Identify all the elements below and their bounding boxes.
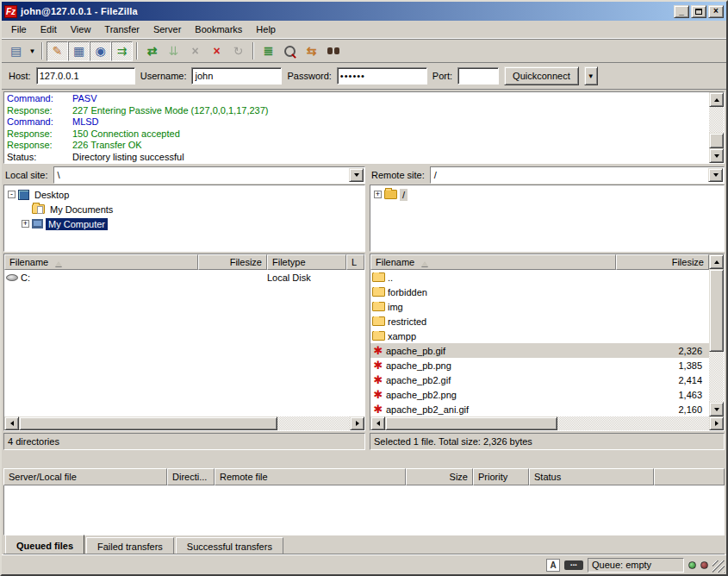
file-search-icon[interactable] <box>279 41 301 61</box>
queue-tab[interactable]: Queued files <box>5 535 84 554</box>
scroll-up-icon[interactable] <box>709 92 724 107</box>
remote-site-combo[interactable]: / <box>430 166 725 184</box>
file-row[interactable]: xampp <box>370 329 709 343</box>
column-header-status[interactable]: Status <box>529 468 654 485</box>
queue-header: Server/Local file Directi... Remote file… <box>3 468 725 485</box>
tree-item-my-computer[interactable]: + My Computer <box>19 216 364 231</box>
disconnect-icon[interactable] <box>206 41 227 61</box>
column-label: Filesize <box>230 257 262 267</box>
file-row[interactable]: apache_pb.gif 2,326 <box>370 343 709 358</box>
remote-list-header: Filename Filesize <box>370 254 709 270</box>
site-manager-icon[interactable] <box>5 41 27 61</box>
menu-item[interactable]: View <box>65 22 97 36</box>
toolbar-separator <box>136 42 138 59</box>
scroll-up-icon[interactable] <box>709 254 724 269</box>
scroll-right-icon[interactable] <box>350 416 364 430</box>
tree-item-label: Desktop <box>32 189 72 201</box>
expand-icon[interactable]: + <box>22 220 29 228</box>
file-row[interactable]: img <box>370 299 709 314</box>
filter-icon[interactable] <box>322 41 344 61</box>
toggle-message-log-icon[interactable] <box>47 41 68 61</box>
file-row[interactable]: apache_pb2_ani.gif 2,160 <box>370 402 709 416</box>
menu-item[interactable]: Bookmarks <box>189 22 248 36</box>
local-hscrollbar[interactable] <box>4 416 364 430</box>
cancel-icon[interactable] <box>184 41 206 61</box>
collapse-icon[interactable]: - <box>8 191 16 198</box>
menu-item[interactable]: File <box>5 22 33 36</box>
scrollbar-thumb[interactable] <box>709 269 724 352</box>
scroll-down-icon[interactable] <box>709 402 724 416</box>
queue-tab[interactable]: Successful transfers <box>176 537 283 554</box>
scrollbar-thumb[interactable] <box>385 416 557 430</box>
expand-icon[interactable]: + <box>374 191 382 198</box>
file-row[interactable]: apache_pb2.png 1,463 <box>370 387 709 402</box>
column-header-size[interactable]: Size <box>406 468 473 485</box>
column-header-filetype[interactable]: Filetype <box>267 254 346 270</box>
tree-item-desktop[interactable]: - Desktop <box>5 187 364 202</box>
remote-hscrollbar[interactable] <box>370 416 724 430</box>
tree-item-my-documents[interactable]: My Documents <box>19 202 364 216</box>
site-manager-dropdown-icon[interactable]: ▼ <box>27 41 38 61</box>
host-input[interactable] <box>36 67 135 85</box>
column-header-direction[interactable]: Directi... <box>167 468 215 485</box>
port-input[interactable] <box>457 67 499 85</box>
synchronized-browsing-icon[interactable] <box>301 41 322 61</box>
resize-grip[interactable] <box>712 560 725 573</box>
quickconnect-button[interactable]: Quickconnect <box>504 66 579 85</box>
column-header-last-modified[interactable]: L <box>346 254 364 270</box>
toggle-local-tree-icon[interactable] <box>68 41 90 61</box>
refresh-icon[interactable] <box>141 41 163 61</box>
file-row[interactable]: .. <box>370 270 709 285</box>
scroll-down-icon[interactable] <box>709 148 724 163</box>
file-row[interactable]: forbidden <box>370 285 709 299</box>
remote-vscrollbar[interactable] <box>709 254 724 416</box>
close-button[interactable]: × <box>708 5 724 18</box>
tree-item-root[interactable]: + / <box>371 187 723 202</box>
queue-list[interactable] <box>3 485 725 535</box>
local-site-combo[interactable]: \ <box>53 166 365 184</box>
minimize-button[interactable]: _ <box>674 5 689 18</box>
scrollbar-thumb[interactable] <box>709 133 724 148</box>
password-input[interactable] <box>337 67 427 85</box>
process-queue-icon[interactable] <box>163 41 184 61</box>
queue-tab[interactable]: Failed transfers <box>86 537 174 554</box>
combo-dropdown-icon[interactable] <box>708 168 723 182</box>
remote-list-body: .. forbidden img <box>370 270 709 416</box>
username-input[interactable] <box>191 67 282 85</box>
computer-icon <box>32 219 43 229</box>
log-line: Status: Directory listing successful <box>7 152 706 164</box>
column-header-server-local-file[interactable]: Server/Local file <box>3 468 167 485</box>
quickconnect-dropdown-icon[interactable]: ▼ <box>584 66 598 85</box>
file-name: xampp <box>388 331 416 341</box>
log-line: Response: 227 Entering Passive Mode (127… <box>7 105 706 117</box>
directory-compare-icon[interactable] <box>258 41 279 61</box>
drive-row[interactable]: C: Local Disk <box>4 270 364 285</box>
log-line: Response: 226 Transfer OK <box>7 140 706 152</box>
menu-item[interactable]: Server <box>147 22 187 36</box>
file-name: apache_pb2.png <box>386 390 457 400</box>
combo-dropdown-icon[interactable] <box>349 168 364 182</box>
column-header-filesize[interactable]: Filesize <box>198 254 267 270</box>
scroll-left-icon[interactable] <box>4 416 19 430</box>
column-header-filename[interactable]: Filename <box>370 254 616 270</box>
file-row[interactable]: apache_pb.png 1,385 <box>370 358 709 373</box>
column-header-filesize[interactable]: Filesize <box>616 254 709 270</box>
menu-item[interactable]: Help <box>250 22 282 36</box>
log-scrollbar[interactable] <box>709 92 724 163</box>
menu-item[interactable]: Edit <box>34 22 63 36</box>
file-row[interactable]: apache_pb2.gif 2,414 <box>370 373 709 387</box>
reconnect-icon[interactable] <box>227 41 249 61</box>
scroll-left-icon[interactable] <box>370 416 385 430</box>
column-header-priority[interactable]: Priority <box>473 468 529 485</box>
column-header-remote-file[interactable]: Remote file <box>215 468 406 485</box>
scroll-right-icon[interactable] <box>709 416 724 430</box>
toggle-remote-tree-icon[interactable] <box>90 41 111 61</box>
toggle-queue-icon[interactable] <box>111 41 133 61</box>
file-row[interactable]: restricted <box>370 314 709 329</box>
drive-filetype: Local Disk <box>267 272 346 283</box>
column-header-filename[interactable]: Filename <box>4 254 198 270</box>
menu-item[interactable]: Transfer <box>98 22 146 36</box>
scrollbar-thumb[interactable] <box>19 416 277 430</box>
maximize-button[interactable] <box>691 5 706 18</box>
host-label: Host: <box>9 71 31 81</box>
